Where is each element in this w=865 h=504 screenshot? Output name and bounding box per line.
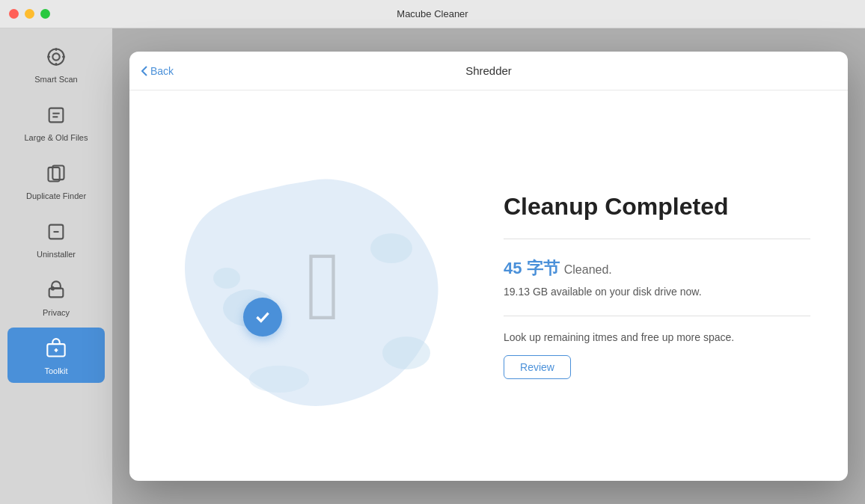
stats-row: 45 字节 Cleaned. bbox=[504, 257, 810, 280]
titlebar: Macube Cleaner bbox=[0, 0, 865, 28]
modal-header: Back Shredder bbox=[129, 52, 848, 90]
svg-rect-6 bbox=[49, 108, 64, 123]
review-button[interactable]: Review bbox=[504, 355, 571, 379]
back-button[interactable]: Back bbox=[141, 65, 174, 77]
sidebar-item-smart-scan-label: Smart Scan bbox=[34, 75, 77, 84]
blob-container:  bbox=[159, 159, 459, 413]
cleaned-unit: 字节 bbox=[527, 259, 560, 277]
result-area: Cleanup Completed 45 字节 Cleaned. 19.13 G… bbox=[489, 163, 848, 409]
sidebar-item-uninstaller-label: Uninstaller bbox=[37, 250, 76, 259]
svg-point-0 bbox=[49, 49, 64, 65]
disk-info: 19.13 GB available on your disk drive no… bbox=[504, 286, 810, 298]
apple-logo:  bbox=[306, 237, 341, 334]
cleaned-number: 45 bbox=[504, 259, 522, 277]
check-circle bbox=[243, 298, 282, 336]
minimize-button[interactable] bbox=[25, 9, 34, 19]
close-button[interactable] bbox=[9, 9, 19, 19]
back-label: Back bbox=[150, 65, 174, 77]
sidebar-item-privacy[interactable]: Privacy bbox=[7, 269, 105, 325]
toolkit-icon bbox=[43, 335, 70, 362]
remaining-text: Look up remaining itmes and free up more… bbox=[504, 331, 810, 343]
cleaned-label: Cleaned. bbox=[564, 263, 612, 276]
sidebar-item-privacy-label: Privacy bbox=[43, 308, 70, 317]
window-controls bbox=[9, 9, 50, 19]
main-content: Back Shredder bbox=[112, 28, 865, 504]
app-title: Macube Cleaner bbox=[397, 8, 468, 19]
privacy-icon bbox=[43, 277, 70, 304]
sidebar-item-duplicate-finder[interactable]: Duplicate Finder bbox=[7, 153, 105, 208]
sidebar-item-large-old-files[interactable]: Large & Old Files bbox=[7, 94, 105, 150]
modal: Back Shredder bbox=[129, 52, 848, 481]
modal-overlay: Back Shredder bbox=[112, 28, 865, 504]
duplicate-finder-icon bbox=[43, 160, 70, 187]
divider-top bbox=[504, 239, 810, 239]
sidebar: Smart Scan Large & Old Files Duplicat bbox=[0, 28, 112, 504]
uninstaller-icon bbox=[43, 218, 70, 245]
divider-bottom bbox=[504, 316, 810, 316]
app-body: Smart Scan Large & Old Files Duplicat bbox=[0, 28, 865, 504]
modal-title: Shredder bbox=[465, 64, 512, 77]
svg-point-1 bbox=[52, 53, 59, 60]
svg-point-20 bbox=[213, 268, 240, 289]
cleanup-title: Cleanup Completed bbox=[504, 193, 810, 221]
sidebar-item-toolkit-label: Toolkit bbox=[44, 366, 67, 375]
sidebar-item-duplicate-finder-label: Duplicate Finder bbox=[26, 191, 86, 200]
sidebar-item-smart-scan[interactable]: Smart Scan bbox=[7, 36, 105, 91]
maximize-button[interactable] bbox=[40, 9, 50, 19]
svg-point-21 bbox=[370, 233, 412, 263]
svg-point-22 bbox=[382, 336, 430, 369]
sidebar-item-large-old-files-label: Large & Old Files bbox=[25, 133, 88, 142]
large-old-files-icon bbox=[43, 102, 70, 129]
modal-body:  Cleanup Completed bbox=[129, 90, 848, 481]
smart-scan-icon bbox=[43, 43, 70, 70]
svg-point-23 bbox=[249, 366, 309, 393]
sidebar-item-toolkit[interactable]: Toolkit bbox=[7, 328, 105, 383]
sidebar-item-uninstaller[interactable]: Uninstaller bbox=[7, 211, 105, 266]
illustration-area:  bbox=[129, 90, 489, 481]
